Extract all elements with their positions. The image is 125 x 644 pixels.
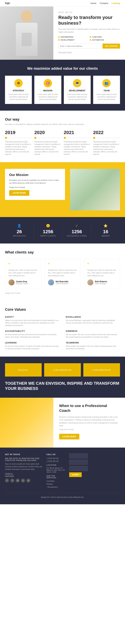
person-role-2: Chief Accountant	[56, 283, 68, 284]
footer-bottom-text: Sample text. Click to select the text to…	[41, 496, 84, 498]
specialists-icon: 👤	[7, 224, 32, 228]
mission-section: Our Mission Excepteur sint occaecat cupi…	[0, 162, 125, 217]
hero-description: Duis aute irure dolor in reprehenderit i…	[58, 28, 120, 33]
stat-successful-cases: ✓ 1256 SUCCESSFUL CASES	[63, 222, 91, 238]
nav-landing[interactable]: Landing	[111, 2, 120, 4]
footer: Get in touch WE BELIEVE IN INNOVATION AN…	[0, 448, 125, 504]
footer-bottom: Sample text. Click to select the text to…	[5, 493, 120, 498]
nav-links: Home Contacts Landing	[90, 2, 120, 4]
professional-title: When to use a Professional Coach	[59, 404, 119, 413]
email-input[interactable]	[58, 44, 101, 48]
timeline-line	[67, 138, 91, 138]
hero-content: WHAT WE DO Ready to transform your busin…	[53, 6, 125, 60]
mission-icon: 🎯	[44, 79, 52, 87]
hero-title: Ready to transform your business?	[58, 15, 120, 26]
twitter-icon[interactable]: t	[10, 478, 14, 482]
learning-text: No one has all the answers. A culture of…	[5, 345, 59, 350]
person-name-1: Sasha Grey	[16, 280, 28, 283]
banner-box-1[interactable]: the text box.	[5, 363, 42, 376]
timeline: 2019 Podcasting operational change manag…	[5, 130, 120, 156]
learn-more-button[interactable]: LEARN MORE	[9, 190, 29, 196]
banner-box-2[interactable]: to start editing the text.	[44, 363, 81, 376]
footer-grid: Get in touch WE BELIEVE IN INNOVATION AN…	[5, 454, 120, 489]
successful-cases-icon: ✓	[64, 224, 89, 228]
avatar-1	[9, 280, 15, 286]
footer-input-3[interactable]	[69, 466, 88, 471]
feature-automation: AUTOMATION	[90, 39, 120, 41]
testimonial-1: “ Sample text. Click to select the text …	[5, 259, 41, 289]
person-3: Bob Roberts Sales Manager	[87, 280, 116, 286]
feature-engineering: ENGINEERING	[58, 36, 89, 38]
card-development: 💻 DEVELOPMENT Lorem ipsum dolor sit amet…	[64, 76, 91, 104]
year-2022: 2022	[93, 130, 120, 135]
banner-section: the text box. to start editing the text.…	[0, 356, 125, 398]
timeline-text-2022: Podcasting operational change management…	[93, 140, 120, 156]
timeline-dot	[34, 137, 36, 139]
teamwork-text: When people work together, they can crea…	[66, 345, 120, 350]
banner-box-text-2: to start editing the text.	[53, 368, 72, 372]
feature-dot	[90, 39, 91, 40]
value-accountability: ACCOUNTABILITY We demonstrate personal c…	[5, 330, 59, 338]
footer-social: f t in y p	[5, 478, 42, 482]
get-started-button[interactable]: GET STARTED	[102, 44, 120, 48]
footer-address: 211 Rock Street, 21 Alarnon, New York, N…	[47, 467, 65, 473]
footer-contact-text: Etiam sit amet convallis elit. Class apt…	[5, 463, 42, 471]
service-1: Consulting	[47, 480, 65, 483]
linkedin-icon[interactable]: in	[16, 478, 20, 482]
value-safety: SAFETY Safety is our top priority. We ar…	[5, 316, 59, 327]
person-body	[16, 23, 38, 56]
stat-specialists: 👤 26 SPECIALISTS	[5, 222, 34, 238]
footer-legal-link[interactable]: Legal notice	[5, 475, 42, 477]
our-way-title: Our way	[5, 117, 120, 122]
footer-form: SUBMIT	[69, 454, 88, 477]
timeline-dot	[93, 137, 95, 139]
footer-submit-button[interactable]: SUBMIT	[69, 472, 81, 477]
mission-content: Our Mission Excepteur sint occaecat cupi…	[5, 169, 65, 200]
footer-input-1[interactable]	[69, 454, 88, 458]
team-icon: 👥	[102, 79, 111, 87]
feature-coaching: COACHING	[90, 36, 120, 38]
timeline-dot	[64, 137, 66, 139]
hero-section: WHAT WE DO Ready to transform your busin…	[0, 6, 125, 60]
our-way-section: Our way Our team is committed to making …	[0, 110, 125, 162]
professional-content: When to use a Professional Coach Busines…	[53, 398, 125, 448]
quote-icon-2: “	[48, 262, 77, 267]
how-it-works-link[interactable]: How does it work?	[58, 52, 72, 53]
mission-image	[70, 169, 120, 210]
youtube-icon[interactable]: y	[21, 478, 25, 482]
hero-form: GET STARTED	[58, 44, 120, 48]
footer-contact-title: Get in touch	[5, 454, 42, 456]
professional-learn-more-button[interactable]: LEARN MORE	[59, 434, 79, 440]
values-grid: SAFETY Safety is our top priority. We ar…	[5, 316, 120, 350]
footer-input-2[interactable]	[69, 460, 88, 465]
happy-clients-icon: 😊	[36, 224, 61, 228]
timeline-2020: 2020 Podcasting operational change manag…	[34, 130, 61, 156]
footer-contact-link[interactable]: Contact us	[5, 473, 42, 474]
professional-credit: Image from Freepik	[59, 428, 119, 430]
timeline-2019: 2019 Podcasting operational change manag…	[5, 130, 32, 156]
team-text: Lorem ipsum dolor sit amet consectetur a…	[96, 93, 117, 100]
feature-dot	[58, 36, 60, 38]
banner-box-3[interactable]: to start editing the text.	[83, 363, 120, 376]
testimonials-section: What clients say “ Sample text. Click to…	[0, 244, 125, 301]
cards-grid: ⚙ STRATEGY Lorem ipsum dolor sit amet co…	[5, 76, 120, 104]
awards-icon: ⭐	[93, 224, 118, 228]
footer-contact: Get in touch WE BELIEVE IN INNOVATION AN…	[5, 454, 42, 489]
footer-call-us-title: CALL US	[47, 454, 65, 456]
banner-boxes: the text box. to start editing the text.…	[5, 363, 120, 376]
footer-call-us: CALL US 1 (234) 567-89 1 (234) 987-65 LO…	[47, 454, 65, 489]
person-2: Nat Reynolds Chief Accountant	[48, 280, 77, 286]
banner-box-text-3: to start editing the text.	[92, 368, 111, 372]
nav-contacts[interactable]: Contacts	[100, 2, 108, 4]
logo: logo	[5, 2, 10, 5]
happy-clients-number: 1256	[36, 229, 61, 234]
nav-home[interactable]: Home	[90, 2, 96, 4]
footer-form-section: SUBMIT	[69, 454, 88, 489]
mission-title: MISSION	[37, 89, 59, 92]
facebook-icon[interactable]: f	[5, 478, 9, 482]
timeline-2021: 2021 Podcasting operational change manag…	[64, 130, 91, 156]
pinterest-icon[interactable]: p	[26, 478, 30, 482]
year-2019: 2019	[5, 130, 32, 135]
testimonial-3: “ Sample text. Click to select the text …	[84, 259, 120, 289]
stat-awards: ⭐ 16 AWARDS	[91, 222, 120, 238]
